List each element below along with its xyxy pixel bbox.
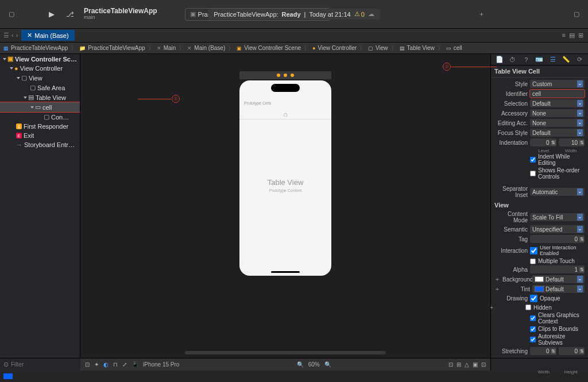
editor-options-icon[interactable]: ⊞ [578, 32, 583, 39]
inspector-tab-bar: 📄 ⏱ ? 🪪 ☰ 📏 ⟳ [491, 54, 588, 65]
alpha-stepper[interactable]: 1 [530, 265, 585, 273]
editor-mode-icon[interactable]: ≡ [562, 32, 566, 39]
warning-badge[interactable]: ⚠0 [354, 10, 365, 18]
add-tint-button[interactable]: + [494, 285, 500, 292]
outline-scene[interactable]: ▣ View Controller Sc… [0, 54, 80, 64]
connections-inspector-tab[interactable]: ⟳ [575, 56, 583, 63]
library-icon[interactable]: ▢ [570, 7, 583, 21]
prototype-cells-label: Prototype Cells [244, 101, 271, 105]
sidebar-toggle-icon[interactable]: ▢ [5, 7, 18, 21]
outline-view-controller[interactable]: ● View Controller [0, 64, 80, 73]
nav-forward-button[interactable]: › [16, 32, 18, 39]
device-notch [271, 84, 300, 92]
view-section-header: View [494, 202, 585, 209]
scene-title-bar[interactable] [239, 71, 331, 79]
focus-style-dropdown[interactable]: Default [530, 129, 585, 137]
stretch-x-stepper[interactable]: 0 [530, 347, 556, 355]
document-outline: ▣ View Controller Sc… ● View Controller … [0, 54, 80, 358]
identifier-field[interactable]: cell [530, 90, 585, 98]
tab-label: Main (Base) [34, 32, 68, 39]
status-bar[interactable]: PracticeTableViewApp: Ready | Today at 2… [208, 9, 380, 20]
inspector-panel: 📄 ⏱ ? 🪪 ☰ 📏 ⟳ Table View Cell StyleCusto… [490, 54, 588, 358]
indent-while-editing-checkbox[interactable] [530, 157, 536, 163]
table-view-subtitle: Prototype Content [239, 188, 331, 192]
annotation-line-2 [451, 67, 497, 67]
user-interaction-checkbox[interactable] [530, 247, 537, 254]
outline-content-view[interactable]: ▢ Con… [0, 112, 80, 122]
clears-graphics-checkbox[interactable] [530, 315, 536, 321]
outline-view[interactable]: ▢ View [0, 73, 80, 83]
annotation-line-1 [138, 99, 171, 99]
nav-back-button[interactable]: ‹ [11, 32, 14, 39]
editing-accessory-dropdown[interactable]: None [530, 119, 585, 127]
background-dropdown[interactable]: Default [532, 275, 585, 283]
horizontal-scrollbar[interactable] [185, 351, 386, 354]
canvas-tool-icon[interactable]: ⊓ [113, 361, 118, 368]
canvas-tool-icon[interactable]: ◐ [103, 361, 109, 368]
indent-level-stepper[interactable]: 0 [530, 138, 556, 146]
autoresize-subviews-checkbox[interactable] [530, 337, 536, 342]
device-preview[interactable]: Prototype Cells ▢ Table View Prototype C… [239, 80, 331, 276]
outline-safe-area[interactable]: ▢ Safe Area [0, 83, 80, 92]
editor-tab-main[interactable]: ✕ Main (Base) [21, 30, 74, 41]
reorder-controls-checkbox[interactable] [530, 171, 536, 176]
embed-tool-icon[interactable]: ▣ [473, 361, 478, 368]
history-inspector-tab[interactable]: ⏱ [509, 56, 517, 63]
clips-to-bounds-checkbox[interactable] [530, 326, 536, 332]
zoom-out-button[interactable]: 🔍 [297, 361, 304, 368]
jump-bar[interactable]: ▦PracticeTableViewApp〉 📁PracticeTableVie… [0, 43, 588, 54]
zoom-level-label[interactable]: 60% [308, 361, 320, 368]
toolbar: ▢ ▶ ⎇ PracticeTableViewApp main ▣ Practi… [0, 0, 588, 29]
file-inspector-tab[interactable]: 📄 [496, 56, 504, 63]
status-time: Today at 21:14 [309, 11, 350, 18]
add-background-button[interactable]: + [494, 276, 500, 283]
prototype-cell[interactable]: ▢ [239, 110, 331, 119]
outline-exit[interactable]: E Exit [0, 131, 80, 140]
size-inspector-tab[interactable]: 📏 [562, 56, 570, 63]
cloud-icon[interactable]: ☁ [368, 10, 374, 18]
align-tool-icon[interactable]: ⊡ [448, 361, 453, 368]
interface-builder-canvas[interactable]: ① → Prototype Cells ▢ Table View Prototy… [80, 54, 490, 358]
annotation-1: ① [172, 95, 180, 103]
add-button[interactable]: ＋ [474, 7, 488, 21]
canvas-tool-icon[interactable]: ⊡ [85, 361, 90, 368]
tag-stepper[interactable]: 0 [530, 235, 585, 243]
canvas-tool-icon[interactable]: ✦ [94, 361, 99, 368]
status-state: Ready [282, 11, 301, 18]
outline-storyboard-entry[interactable]: → Storyboard Entr… [0, 140, 80, 149]
identity-inspector-tab[interactable]: 🪪 [535, 56, 543, 63]
help-inspector-tab[interactable]: ? [522, 56, 530, 63]
embed-in-icon[interactable]: ⊡ [481, 361, 486, 368]
editor-stack-icon[interactable]: ▤ [569, 32, 575, 39]
indent-width-stepper[interactable]: 10 [559, 138, 585, 146]
separator-inset-dropdown[interactable]: Automatic [530, 188, 585, 196]
accessory-dropdown[interactable]: None [530, 109, 585, 117]
outline-first-responder[interactable]: 1 First Responder [0, 122, 80, 131]
pin-tool-icon[interactable]: ⊞ [457, 361, 461, 368]
canvas-tool-icon[interactable]: ⤢ [122, 361, 127, 368]
multiple-touch-checkbox[interactable] [530, 258, 536, 264]
run-button[interactable]: ▶ [45, 7, 59, 21]
style-dropdown[interactable]: Custom [530, 80, 585, 88]
content-mode-dropdown[interactable]: Scale To Fill [530, 213, 585, 221]
storyboard-icon: ✕ [27, 32, 32, 39]
outline-cell[interactable]: ▭ cell [0, 102, 80, 112]
inspector-section-header: Table View Cell [491, 65, 588, 78]
hidden-checkbox[interactable] [525, 304, 531, 310]
zoom-in-button[interactable]: 🔍 [324, 361, 331, 368]
selection-dropdown[interactable]: Default [530, 99, 585, 107]
status-app: PracticeTableViewApp: [214, 11, 278, 18]
window-tab[interactable] [3, 373, 13, 379]
tint-dropdown[interactable]: Default [532, 285, 585, 293]
nav-toggle-icon[interactable]: ☰ [3, 32, 9, 39]
resolve-tool-icon[interactable]: △ [465, 361, 469, 368]
stretch-y-stepper[interactable]: 0 [559, 347, 585, 355]
semantic-dropdown[interactable]: Unspecified [530, 225, 585, 233]
outline-table-view[interactable]: ▤ Table View [0, 92, 80, 102]
device-label[interactable]: iPhone 15 Pro [143, 361, 179, 368]
filter-input[interactable] [11, 361, 77, 368]
attributes-inspector-tab[interactable]: ☰ [549, 56, 557, 63]
opaque-checkbox[interactable] [530, 295, 537, 302]
device-picker-icon[interactable]: 📱 [131, 361, 138, 368]
git-branch-icon[interactable]: ⎇ [63, 7, 77, 21]
